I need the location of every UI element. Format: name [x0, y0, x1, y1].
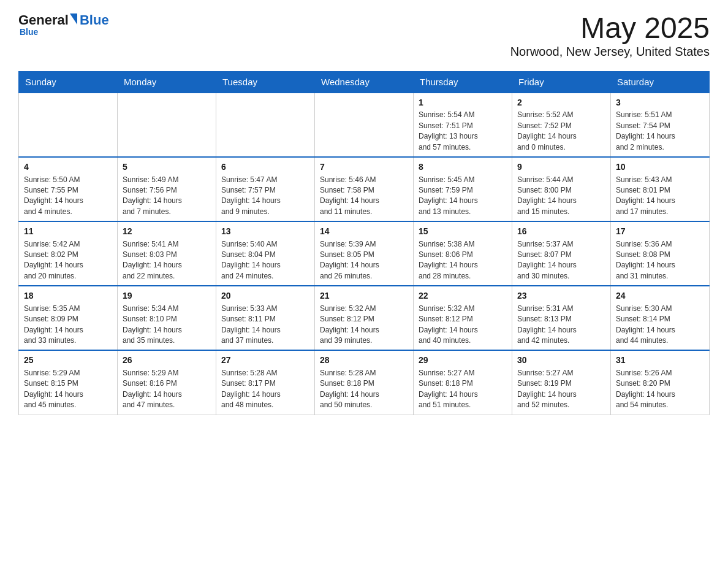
calendar-cell-w1-d6: 2Sunrise: 5:52 AM Sunset: 7:52 PM Daylig… [512, 93, 611, 157]
calendar-cell-w2-d1: 4Sunrise: 5:50 AM Sunset: 7:55 PM Daylig… [19, 157, 118, 221]
day-number: 23 [517, 290, 605, 302]
day-number: 22 [419, 290, 507, 302]
day-info: Sunrise: 5:52 AM Sunset: 7:52 PM Dayligh… [517, 110, 605, 153]
day-number: 19 [123, 290, 211, 302]
calendar-cell-w3-d4: 14Sunrise: 5:39 AM Sunset: 8:05 PM Dayli… [315, 221, 414, 286]
day-info: Sunrise: 5:32 AM Sunset: 8:12 PM Dayligh… [320, 304, 408, 347]
calendar-cell-w3-d1: 11Sunrise: 5:42 AM Sunset: 8:02 PM Dayli… [19, 221, 118, 286]
calendar-cell-w2-d7: 10Sunrise: 5:43 AM Sunset: 8:01 PM Dayli… [611, 157, 710, 221]
header-wednesday: Wednesday [315, 71, 414, 93]
calendar-cell-w1-d1 [19, 93, 118, 157]
calendar-week-4: 18Sunrise: 5:35 AM Sunset: 8:09 PM Dayli… [19, 286, 710, 350]
calendar-cell-w1-d4 [315, 93, 414, 157]
calendar-cell-w3-d7: 17Sunrise: 5:36 AM Sunset: 8:08 PM Dayli… [611, 221, 710, 286]
day-info: Sunrise: 5:35 AM Sunset: 8:09 PM Dayligh… [24, 304, 112, 347]
day-number: 29 [419, 354, 507, 367]
logo-general-text: General [18, 12, 69, 28]
day-number: 1 [419, 97, 507, 109]
header-friday: Friday [512, 71, 611, 93]
calendar-cell-w3-d5: 15Sunrise: 5:38 AM Sunset: 8:06 PM Dayli… [414, 221, 512, 286]
day-number: 15 [419, 226, 507, 238]
day-number: 16 [517, 226, 605, 238]
day-number: 26 [123, 354, 211, 367]
calendar-cell-w3-d2: 12Sunrise: 5:41 AM Sunset: 8:03 PM Dayli… [118, 221, 216, 286]
calendar-cell-w2-d6: 9Sunrise: 5:44 AM Sunset: 8:00 PM Daylig… [512, 157, 611, 221]
day-info: Sunrise: 5:29 AM Sunset: 8:16 PM Dayligh… [123, 368, 211, 411]
calendar-cell-w2-d4: 7Sunrise: 5:46 AM Sunset: 7:58 PM Daylig… [315, 157, 414, 221]
day-number: 31 [616, 354, 704, 367]
calendar-cell-w1-d2 [118, 93, 216, 157]
day-info: Sunrise: 5:46 AM Sunset: 7:58 PM Dayligh… [320, 175, 408, 218]
day-info: Sunrise: 5:28 AM Sunset: 8:18 PM Dayligh… [320, 368, 408, 411]
day-number: 2 [517, 97, 605, 109]
calendar-week-3: 11Sunrise: 5:42 AM Sunset: 8:02 PM Dayli… [19, 221, 710, 286]
day-info: Sunrise: 5:54 AM Sunset: 7:51 PM Dayligh… [419, 110, 507, 153]
day-info: Sunrise: 5:26 AM Sunset: 8:20 PM Dayligh… [616, 368, 704, 411]
calendar-cell-w5-d1: 25Sunrise: 5:29 AM Sunset: 8:15 PM Dayli… [19, 350, 118, 415]
day-number: 24 [616, 290, 704, 302]
day-number: 14 [320, 226, 408, 238]
calendar-cell-w4-d6: 23Sunrise: 5:31 AM Sunset: 8:13 PM Dayli… [512, 286, 611, 350]
day-info: Sunrise: 5:28 AM Sunset: 8:17 PM Dayligh… [221, 368, 309, 411]
day-info: Sunrise: 5:36 AM Sunset: 8:08 PM Dayligh… [616, 239, 704, 282]
day-info: Sunrise: 5:39 AM Sunset: 8:05 PM Dayligh… [320, 239, 408, 282]
day-number: 18 [24, 290, 112, 302]
header-thursday: Thursday [414, 71, 512, 93]
calendar-cell-w5-d3: 27Sunrise: 5:28 AM Sunset: 8:17 PM Dayli… [216, 350, 315, 415]
calendar-cell-w4-d1: 18Sunrise: 5:35 AM Sunset: 8:09 PM Dayli… [19, 286, 118, 350]
day-info: Sunrise: 5:31 AM Sunset: 8:13 PM Dayligh… [517, 304, 605, 347]
page-header: General Blue Blue May 2025 Norwood, New … [18, 12, 710, 59]
location-subtitle: Norwood, New Jersey, United States [510, 45, 710, 59]
day-number: 17 [616, 226, 704, 238]
header-monday: Monday [118, 71, 216, 93]
calendar-cell-w5-d5: 29Sunrise: 5:27 AM Sunset: 8:18 PM Dayli… [414, 350, 512, 415]
day-info: Sunrise: 5:29 AM Sunset: 8:15 PM Dayligh… [24, 368, 112, 411]
day-info: Sunrise: 5:38 AM Sunset: 8:06 PM Dayligh… [419, 239, 507, 282]
header-sunday: Sunday [19, 71, 118, 93]
day-number: 27 [221, 354, 309, 367]
logo-triangle-icon [70, 13, 77, 25]
calendar-week-5: 25Sunrise: 5:29 AM Sunset: 8:15 PM Dayli… [19, 350, 710, 415]
day-info: Sunrise: 5:30 AM Sunset: 8:14 PM Dayligh… [616, 304, 704, 347]
day-number: 20 [221, 290, 309, 302]
day-info: Sunrise: 5:32 AM Sunset: 8:12 PM Dayligh… [419, 304, 507, 347]
day-info: Sunrise: 5:45 AM Sunset: 7:59 PM Dayligh… [419, 175, 507, 218]
calendar-cell-w2-d2: 5Sunrise: 5:49 AM Sunset: 7:56 PM Daylig… [118, 157, 216, 221]
day-info: Sunrise: 5:33 AM Sunset: 8:11 PM Dayligh… [221, 304, 309, 347]
calendar-cell-w1-d5: 1Sunrise: 5:54 AM Sunset: 7:51 PM Daylig… [414, 93, 512, 157]
calendar-cell-w4-d5: 22Sunrise: 5:32 AM Sunset: 8:12 PM Dayli… [414, 286, 512, 350]
day-number: 30 [517, 354, 605, 367]
header-saturday: Saturday [611, 71, 710, 93]
day-number: 9 [517, 161, 605, 174]
calendar-cell-w4-d3: 20Sunrise: 5:33 AM Sunset: 8:11 PM Dayli… [216, 286, 315, 350]
calendar-cell-w1-d7: 3Sunrise: 5:51 AM Sunset: 7:54 PM Daylig… [611, 93, 710, 157]
calendar-cell-w4-d7: 24Sunrise: 5:30 AM Sunset: 8:14 PM Dayli… [611, 286, 710, 350]
day-info: Sunrise: 5:43 AM Sunset: 8:01 PM Dayligh… [616, 175, 704, 218]
calendar-cell-w5-d4: 28Sunrise: 5:28 AM Sunset: 8:18 PM Dayli… [315, 350, 414, 415]
day-info: Sunrise: 5:44 AM Sunset: 8:00 PM Dayligh… [517, 175, 605, 218]
calendar-cell-w4-d4: 21Sunrise: 5:32 AM Sunset: 8:12 PM Dayli… [315, 286, 414, 350]
logo-blue-text: Blue [80, 12, 109, 28]
day-info: Sunrise: 5:50 AM Sunset: 7:55 PM Dayligh… [24, 175, 112, 218]
day-number: 25 [24, 354, 112, 367]
day-number: 4 [24, 161, 112, 174]
day-number: 21 [320, 290, 408, 302]
day-number: 10 [616, 161, 704, 174]
calendar-week-1: 1Sunrise: 5:54 AM Sunset: 7:51 PM Daylig… [19, 93, 710, 157]
calendar-cell-w3-d3: 13Sunrise: 5:40 AM Sunset: 8:04 PM Dayli… [216, 221, 315, 286]
calendar-cell-w2-d3: 6Sunrise: 5:47 AM Sunset: 7:57 PM Daylig… [216, 157, 315, 221]
day-number: 5 [123, 161, 211, 174]
calendar-cell-w5-d6: 30Sunrise: 5:27 AM Sunset: 8:19 PM Dayli… [512, 350, 611, 415]
day-info: Sunrise: 5:49 AM Sunset: 7:56 PM Dayligh… [123, 175, 211, 218]
day-number: 11 [24, 226, 112, 238]
day-info: Sunrise: 5:41 AM Sunset: 8:03 PM Dayligh… [123, 239, 211, 282]
calendar-cell-w4-d2: 19Sunrise: 5:34 AM Sunset: 8:10 PM Dayli… [118, 286, 216, 350]
day-info: Sunrise: 5:51 AM Sunset: 7:54 PM Dayligh… [616, 110, 704, 153]
day-number: 7 [320, 161, 408, 174]
day-info: Sunrise: 5:40 AM Sunset: 8:04 PM Dayligh… [221, 239, 309, 282]
calendar-header-row: Sunday Monday Tuesday Wednesday Thursday… [19, 71, 710, 93]
logo-subtitle: Blue [18, 27, 38, 37]
calendar-cell-w1-d3 [216, 93, 315, 157]
day-number: 12 [123, 226, 211, 238]
calendar-cell-w5-d7: 31Sunrise: 5:26 AM Sunset: 8:20 PM Dayli… [611, 350, 710, 415]
